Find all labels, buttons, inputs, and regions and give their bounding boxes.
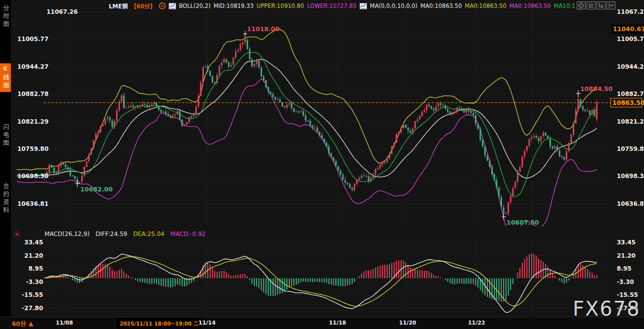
macd-dea-value: DEA:25.04 <box>133 231 164 237</box>
macd-diff-value: DIFF:24.59 <box>95 231 127 237</box>
ma-name: MA(0,0,0,10,0,0) <box>370 2 417 9</box>
scale-y-axis-icon[interactable] <box>587 1 596 9</box>
date-label: 11/08 <box>56 320 73 326</box>
last-price-tag: 10863.50 <box>610 98 642 107</box>
sidebar-tab-lightning-chart[interactable]: 闪电图 <box>0 122 11 149</box>
chart-toolbar <box>577 1 615 9</box>
macd-axis-label: -3.30 <box>617 279 644 285</box>
ma-value: MA0:10863.50 <box>465 2 506 9</box>
period-value: 60分 <box>12 319 26 328</box>
sidebar-tab-time-chart[interactable]: 分时图 <box>0 3 11 31</box>
price-axis-label: 10698.30 <box>14 173 48 179</box>
macd-name: MACD(26,12,9) <box>45 231 90 237</box>
price-axis-label: 10882.78 <box>617 91 644 97</box>
price-axis-label: 10944.27 <box>617 64 644 70</box>
sidebar-tab-contract-info[interactable]: 合约资料 <box>0 181 11 217</box>
macd-axis-label: -3.30 <box>8 279 43 285</box>
macd-axis-label: -15.55 <box>8 292 43 298</box>
scale-x-axis-icon[interactable] <box>597 1 605 9</box>
price-axis-label: 10821.29 <box>617 119 644 125</box>
alert-icon[interactable] <box>13 231 21 238</box>
marked-high-label: 10884.50 <box>580 85 613 93</box>
price-axis-label: 10636.81 <box>617 201 644 207</box>
session-info-badge: 2025/11/11 18:00~19:00 二 <box>117 318 202 329</box>
ma-values: MA0:10863.50MA0:10863.50MA0:10863.50MA10… <box>420 2 575 9</box>
price-axis-label: 10759.80 <box>617 146 644 152</box>
macd-axis-label: 8.95 <box>8 266 43 272</box>
period-label: 【60分】 <box>131 2 156 10</box>
marked-low-label: 10607.50 <box>506 219 539 226</box>
legend-bar: LME铜 【60分】 BOLL(20,2) MID:10819.33 UPPER… <box>109 1 575 10</box>
date-label: 11/20 <box>399 320 416 326</box>
price-axis-label: 10882.78 <box>14 91 48 97</box>
price-axis-label: 10636.81 <box>14 201 48 207</box>
symbol-name: LME铜 <box>109 2 128 10</box>
ma-value: MA0:10863.50 <box>509 2 551 9</box>
ma-indicator-icon[interactable] <box>360 3 367 9</box>
menu-circle-icon[interactable] <box>159 2 166 9</box>
price-axis-label: 11005.77 <box>14 36 48 42</box>
boll-mid-value: MID:10819.33 <box>214 2 254 9</box>
macd-axis-label: 33.45 <box>8 239 43 245</box>
macd-axis-label: -27.80 <box>8 305 43 311</box>
price-axis-label: 10759.80 <box>14 146 48 152</box>
boll-lower-value: LOWER:10727.85 <box>307 2 357 9</box>
gridlines <box>44 5 613 315</box>
price-axis-label: 11005.77 <box>617 36 644 42</box>
boll-name: BOLL(20,2) <box>179 2 211 9</box>
date-label: 11/22 <box>468 320 485 326</box>
chart-canvas[interactable] <box>0 0 644 329</box>
move-tool-icon[interactable] <box>577 1 586 9</box>
macd-axis-label: 21.20 <box>617 253 644 259</box>
macd-axis-label: 33.45 <box>617 239 644 245</box>
price-axis-label: 10944.27 <box>14 64 48 70</box>
period-selector[interactable]: 60分 ▲ <box>12 319 33 328</box>
price-axis-label: 10821.29 <box>14 119 48 125</box>
ma-value: MA10:10855.00 <box>554 2 575 9</box>
date-label: 11/14 <box>198 320 216 326</box>
ma-value: MA0:10863.50 <box>420 2 462 9</box>
boll-indicator-icon[interactable] <box>169 3 176 9</box>
marked-high-label: 11018.00 <box>247 25 279 33</box>
macd-pane <box>45 254 597 313</box>
pan-right-icon[interactable] <box>606 1 615 9</box>
marked-low-label: 10682.00 <box>80 186 113 193</box>
price-axis-label: 11067.26 <box>617 9 644 15</box>
chart-window: 分时图 K线图 闪电图 合约资料 LME铜 【60分】 BOLL(20,2) M… <box>0 0 644 329</box>
boll-upper-value: UPPER:10910.80 <box>257 2 304 9</box>
price-axis-label: 10698.30 <box>617 173 644 179</box>
dropdown-arrow-icon: ▲ <box>29 320 33 327</box>
sidebar: 分时图 K线图 闪电图 合约资料 <box>0 0 11 317</box>
session-high-tag: 11040.67 <box>611 24 644 34</box>
macd-axis-label: 21.20 <box>8 253 43 259</box>
date-label: 11/18 <box>329 320 346 326</box>
macd-axis-label: 8.95 <box>617 266 644 272</box>
sidebar-tab-kline-chart[interactable]: K线图 <box>0 63 11 92</box>
price-axis-label: 11067.26 <box>43 9 78 15</box>
candles-layer <box>44 34 598 217</box>
macd-hist-value: MACD:-0.92 <box>170 231 205 237</box>
bottom-bar: 60分 ▲ 2025/11/11 18:00~19:00 二 11/0811/1… <box>0 317 644 329</box>
macd-legend: MACD(26,12,9) DIFF:24.59 DEA:25.04 MACD:… <box>45 231 205 237</box>
